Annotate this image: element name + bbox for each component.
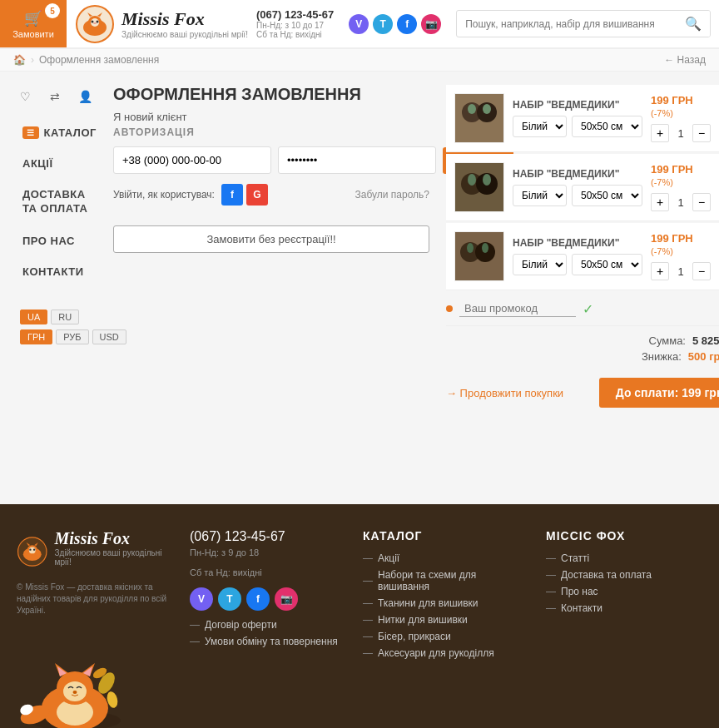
footer-catalog-link-accessories[interactable]: Аксесуари для рукоділля <box>363 647 529 659</box>
wishlist-icon[interactable]: ♡ <box>13 85 37 108</box>
price-discount: (-7%) <box>651 108 673 118</box>
footer-delivery-link[interactable]: Доставка та оплата <box>546 569 702 581</box>
checkout-button[interactable]: До сплати: 199 грн <box>599 378 719 408</box>
footer-catalog-link-beads[interactable]: Бісер, прикраси <box>363 631 529 642</box>
sidebar-item-about[interactable]: Про нас <box>13 226 97 255</box>
footer-articles-link[interactable]: Статті <box>546 552 702 564</box>
footer-exchange-link[interactable]: Умови обміну та повернення <box>190 636 346 647</box>
instagram-icon[interactable]: 📷 <box>421 14 441 34</box>
sidebar-icon-row: ♡ ⇄ 👤 <box>13 85 97 108</box>
footer-about-link[interactable]: Про нас <box>546 586 702 597</box>
sidebar-item-catalog[interactable]: ☰ Каталог <box>13 118 97 147</box>
password-input[interactable] <box>278 146 436 174</box>
sidebar-item-contacts[interactable]: Контакти <box>13 257 97 286</box>
quantity-control: + 1 − <box>651 262 711 280</box>
account-icon[interactable]: 👤 <box>73 85 97 108</box>
discount-label: Знижка: <box>642 350 682 363</box>
header-socials: V T f 📷 <box>349 14 441 34</box>
promo-row: ✓ <box>446 292 719 326</box>
phone-input[interactable] <box>113 146 271 174</box>
forgot-password-link[interactable]: Забули пароль? <box>355 189 430 201</box>
quantity-control: + 1 − <box>651 193 711 211</box>
lang-ua-btn[interactable]: UA <box>20 310 47 324</box>
cart-bottom-row: → Продовжити покупки До сплати: 199 грн <box>446 371 719 408</box>
qty-plus-btn[interactable]: + <box>651 262 669 280</box>
search-input[interactable] <box>457 13 677 35</box>
continue-shopping-link[interactable]: → Продовжити покупки <box>446 387 563 399</box>
color-select[interactable]: Білий <box>513 116 567 137</box>
sum-row: Сумма: 5 825 грн <box>649 334 719 347</box>
checkout-form-area: ОФОРМЛЕННЯ ЗАМОВЛЕННЯ Я новий клієнт АВТ… <box>113 85 429 491</box>
footer-catalog-title: КАТАЛОГ <box>363 529 529 542</box>
currency-rub-btn[interactable]: РУБ <box>56 329 88 344</box>
search-button[interactable]: 🔍 <box>677 11 710 37</box>
cart-item-name: НАБІР "ВЕДМЕДИКИ" <box>513 237 642 249</box>
footer-catalog-link-kits[interactable]: Набори та схеми для вишивання <box>363 569 529 592</box>
discount-row: Знижка: 500 грн ℹ <box>642 350 719 363</box>
cart-item-options: Білий 50х50 см <box>513 254 642 275</box>
sidebar-item-delivery[interactable]: Доставка та оплата <box>13 180 97 225</box>
cart-item-details: НАБІР "ВЕДМЕДИКИ" Білий 50х50 см <box>513 168 642 206</box>
breadcrumb-home[interactable]: 🏠 <box>13 54 26 66</box>
footer-catalog-link-threads[interactable]: Нитки для вишивки <box>363 614 529 626</box>
color-select[interactable]: Білий <box>513 185 567 206</box>
cart-item-details: НАБІР "ВЕДМЕДИКИ" Білий 50х50 см <box>513 99 642 137</box>
footer-logo-text: Missis Fox Здійснюємо ваші рукодільні мр… <box>55 529 173 573</box>
logo-title: Missis Fox <box>121 8 248 30</box>
footer-col-catalog: КАТАЛОГ Акції Набори та схеми для вишива… <box>363 529 529 728</box>
svg-point-5 <box>97 20 99 22</box>
cart-item-image <box>454 93 504 143</box>
qty-minus-btn[interactable]: − <box>692 262 711 280</box>
header-phone-block: (067) 123-45-67 Пн-Нд: з 10 до 17 Сб та … <box>256 8 334 39</box>
qty-minus-btn[interactable]: − <box>692 124 711 142</box>
compare-icon[interactable]: ⇄ <box>43 85 67 108</box>
social-login-row: Увійти, як користувач: f G <box>113 184 268 206</box>
footer-policy-links: Договір оферти Умови обміну та поверненн… <box>190 619 346 647</box>
footer-inst-icon[interactable]: 📷 <box>275 587 298 611</box>
order-button[interactable]: 5 🛒 Замовити <box>0 0 67 47</box>
sidebar-item-akcii[interactable]: Акції <box>13 149 97 178</box>
size-select[interactable]: 50х50 см <box>572 185 642 206</box>
cart-totals: Сумма: 5 825 грн Знижка: 500 грн ℹ <box>446 326 719 371</box>
footer-contacts-link[interactable]: Контакти <box>546 602 702 614</box>
search-box: 🔍 <box>456 10 711 37</box>
footer-offer-link[interactable]: Договір оферти <box>190 619 346 631</box>
cart-item-name: НАБІР "ВЕДМЕДИКИ" <box>513 168 642 180</box>
color-select[interactable]: Білий <box>513 254 567 275</box>
no-registration-button[interactable]: Замовити без реєстрації!! <box>113 225 429 253</box>
promo-input[interactable] <box>459 300 576 317</box>
qty-plus-btn[interactable]: + <box>651 193 669 211</box>
sidebar: ♡ ⇄ 👤 ☰ Каталог Акції Доставка та оплата… <box>13 85 97 491</box>
footer-telegram-icon[interactable]: T <box>218 587 241 611</box>
logo-image <box>75 4 115 44</box>
logo-subtitle: Здійснюємо ваші рукодільні мрії! <box>121 30 248 39</box>
footer-hours-line2: Сб та Нд: вихідні <box>190 567 346 577</box>
facebook-login-btn[interactable]: f <box>221 184 243 206</box>
footer-col-about: Missis Fox Здійснюємо ваші рукодільні мр… <box>17 529 173 728</box>
telegram-icon[interactable]: T <box>373 14 393 34</box>
main-container: ♡ ⇄ 👤 ☰ Каталог Акції Доставка та оплата… <box>0 72 719 504</box>
footer-catalog-link-akcii[interactable]: Акції <box>363 552 529 564</box>
sidebar-akcii-label: Акції <box>22 157 53 170</box>
qty-minus-btn[interactable]: − <box>692 193 711 211</box>
footer-logo-title: Missis Fox <box>55 529 173 548</box>
footer: Missis Fox Здійснюємо ваші рукодільні мр… <box>0 504 719 728</box>
order-label: Замовити <box>12 29 54 39</box>
footer-missis-fox-links: Статті Доставка та оплата Про нас Контак… <box>546 552 702 614</box>
size-select[interactable]: 50х50 см <box>572 116 642 137</box>
back-button[interactable]: ← Назад <box>664 54 706 66</box>
qty-plus-btn[interactable]: + <box>651 124 669 142</box>
size-select[interactable]: 50х50 см <box>572 254 642 275</box>
footer-viber-icon[interactable]: V <box>190 587 213 611</box>
svg-point-37 <box>73 691 77 694</box>
hours-line1: Пн-Нд: з 10 до 17 <box>256 21 334 30</box>
promo-check-icon[interactable]: ✓ <box>583 301 593 317</box>
viber-icon[interactable]: V <box>349 14 369 34</box>
google-login-btn[interactable]: G <box>246 184 268 206</box>
lang-ru-btn[interactable]: RU <box>51 310 79 324</box>
footer-fb-icon[interactable]: f <box>246 587 270 611</box>
footer-catalog-link-fabric[interactable]: Тканини для вишивки <box>363 597 529 609</box>
facebook-icon[interactable]: f <box>397 14 417 34</box>
cart-item-price: 199 ГРН (-7%) <box>651 163 711 188</box>
currency-uah-btn[interactable]: ГРН <box>20 329 52 344</box>
